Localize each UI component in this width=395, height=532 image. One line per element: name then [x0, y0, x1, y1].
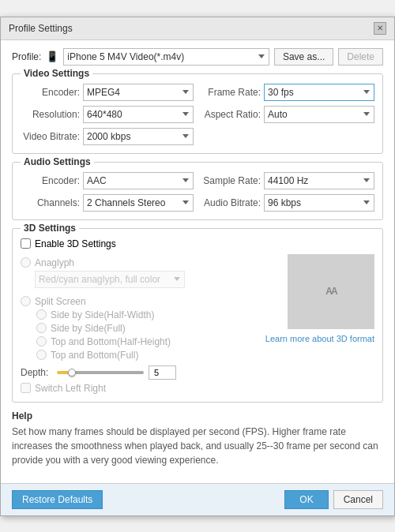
split-screen-option: Split Screen: [21, 296, 258, 307]
anaglyph-option: Anaglyph: [21, 257, 258, 268]
video-bitrate-row: Video Bitrate: 2000 kbps: [21, 128, 194, 145]
audio-settings-title: Audio Settings: [21, 156, 94, 167]
video-settings-title: Video Settings: [21, 68, 92, 79]
audio-settings-body: Encoder: AAC Sample Rate: 44100 Hz Chann…: [21, 172, 374, 212]
footer: Restore Defaults OK Cancel: [1, 483, 394, 515]
enable-3d-label: Enable 3D Settings: [35, 238, 116, 249]
ok-button[interactable]: OK: [284, 490, 328, 509]
split-screen-radio[interactable]: [21, 296, 31, 306]
video-bitrate-label: Video Bitrate:: [21, 131, 80, 142]
profile-select[interactable]: iPhone 5 M4V Video(*.m4v): [63, 48, 269, 66]
switch-left-right-label: Switch Left Right: [35, 383, 106, 394]
audio-settings-section: Audio Settings Encoder: AAC Sample Rate:…: [12, 162, 383, 220]
profile-label: Profile:: [12, 51, 41, 62]
video-settings-grid: Encoder: MPEG4 Frame Rate: 30 fps Resolu…: [21, 84, 374, 145]
profile-row: Profile: 📱 iPhone 5 M4V Video(*.m4v) Sav…: [12, 48, 383, 66]
help-title: Help: [12, 410, 383, 421]
enable-3d-checkbox[interactable]: [21, 238, 31, 249]
video-settings-section: Video Settings Encoder: MPEG4 Frame Rate…: [12, 73, 383, 154]
top-bottom-full-label: Top and Bottom(Full): [51, 350, 138, 361]
cancel-button[interactable]: Cancel: [333, 490, 383, 509]
frame-rate-label: Frame Rate:: [201, 87, 261, 98]
resolution-label: Resolution:: [21, 109, 80, 120]
video-settings-body: Encoder: MPEG4 Frame Rate: 30 fps Resolu…: [21, 84, 374, 145]
side-by-side-half-label: Side by Side(Half-Width): [51, 309, 154, 320]
audio-encoder-label: Encoder:: [21, 175, 80, 186]
encoder-row: Encoder: MPEG4: [21, 84, 194, 101]
phone-icon: 📱: [46, 51, 58, 62]
side-by-side-full-label: Side by Side(Full): [51, 323, 126, 334]
audio-encoder-select[interactable]: AAC: [83, 172, 194, 189]
side-by-side-full-option: Side by Side(Full): [36, 323, 258, 334]
restore-defaults-button[interactable]: Restore Defaults: [12, 490, 103, 509]
close-button[interactable]: ✕: [374, 22, 386, 35]
titlebar: Profile Settings ✕: [1, 17, 394, 40]
top-bottom-half-option: Top and Bottom(Half-Height): [36, 336, 258, 347]
dialog-title: Profile Settings: [9, 23, 73, 34]
depth-slider[interactable]: [57, 371, 144, 374]
frame-rate-row: Frame Rate: 30 fps: [201, 84, 374, 101]
resolution-row: Resolution: 640*480: [21, 106, 194, 123]
top-bottom-half-label: Top and Bottom(Half-Height): [51, 336, 171, 347]
delete-button[interactable]: Delete: [338, 48, 383, 66]
footer-right: OK Cancel: [284, 490, 383, 509]
top-bottom-full-option: Top and Bottom(Full): [36, 350, 258, 361]
side-by-side-full-radio[interactable]: [36, 323, 47, 333]
help-text: Set how many frames should be displayed …: [12, 425, 383, 467]
aspect-ratio-row: Aspect Ratio: Auto: [201, 106, 374, 123]
split-screen-sub-options: Side by Side(Half-Width) Side by Side(Fu…: [21, 309, 258, 361]
anaglyph-select[interactable]: Red/cyan anaglyph, full color: [35, 271, 185, 288]
sample-rate-select[interactable]: 44100 Hz: [264, 172, 374, 189]
save-as-button[interactable]: Save as...: [274, 48, 333, 66]
sample-rate-row: Sample Rate: 44100 Hz: [201, 172, 374, 189]
audio-bitrate-label: Audio Bitrate:: [201, 197, 261, 208]
top-bottom-half-radio[interactable]: [36, 336, 47, 347]
profile-settings-dialog: Profile Settings ✕ Profile: 📱 iPhone 5 M…: [0, 17, 395, 516]
video-bitrate-select[interactable]: 2000 kbps: [83, 128, 194, 145]
channels-row: Channels: 2 Channels Stereo: [21, 194, 194, 212]
3d-options: Anaglyph Red/cyan anaglyph, full color S…: [21, 254, 258, 394]
aspect-ratio-label: Aspect Ratio:: [201, 109, 261, 120]
3d-settings-section: 3D Settings Enable 3D Settings Anaglyph …: [12, 228, 383, 403]
3d-preview-area: AA Learn more about 3D format: [265, 254, 374, 394]
enable-3d-row: Enable 3D Settings: [21, 238, 374, 249]
dialog-content: Profile: 📱 iPhone 5 M4V Video(*.m4v) Sav…: [1, 40, 394, 483]
channels-select[interactable]: 2 Channels Stereo: [83, 194, 194, 212]
help-section: Help Set how many frames should be displ…: [12, 410, 383, 467]
3d-settings-title: 3D Settings: [21, 223, 79, 234]
learn-more-link[interactable]: Learn more about 3D format: [265, 334, 374, 343]
split-screen-label: Split Screen: [35, 296, 86, 307]
depth-input[interactable]: [149, 365, 176, 380]
preview-box: AA: [288, 254, 374, 329]
channels-label: Channels:: [21, 197, 80, 208]
anaglyph-radio[interactable]: [21, 257, 31, 268]
audio-settings-grid: Encoder: AAC Sample Rate: 44100 Hz Chann…: [21, 172, 374, 212]
anaglyph-label: Anaglyph: [35, 257, 74, 268]
3d-layout: Anaglyph Red/cyan anaglyph, full color S…: [21, 254, 374, 394]
side-by-side-half-option: Side by Side(Half-Width): [36, 309, 258, 320]
preview-text: AA: [325, 286, 336, 297]
depth-slider-thumb: [68, 369, 76, 377]
resolution-select[interactable]: 640*480: [83, 106, 194, 123]
sample-rate-label: Sample Rate:: [201, 175, 261, 186]
encoder-select[interactable]: MPEG4: [83, 84, 194, 101]
frame-rate-select[interactable]: 30 fps: [264, 84, 374, 101]
encoder-label: Encoder:: [21, 87, 80, 98]
depth-label: Depth:: [21, 367, 52, 378]
top-bottom-full-radio[interactable]: [36, 350, 47, 360]
audio-encoder-row: Encoder: AAC: [21, 172, 194, 189]
3d-settings-body: Enable 3D Settings Anaglyph Red/cyan ana…: [21, 238, 374, 394]
side-by-side-half-radio[interactable]: [36, 309, 47, 320]
switch-left-right-row: Switch Left Right: [21, 383, 258, 394]
aspect-ratio-select[interactable]: Auto: [264, 106, 374, 123]
audio-bitrate-row: Audio Bitrate: 96 kbps: [201, 194, 374, 212]
audio-bitrate-select[interactable]: 96 kbps: [264, 194, 374, 212]
depth-row: Depth:: [21, 365, 258, 380]
switch-left-right-checkbox[interactable]: [21, 383, 31, 393]
